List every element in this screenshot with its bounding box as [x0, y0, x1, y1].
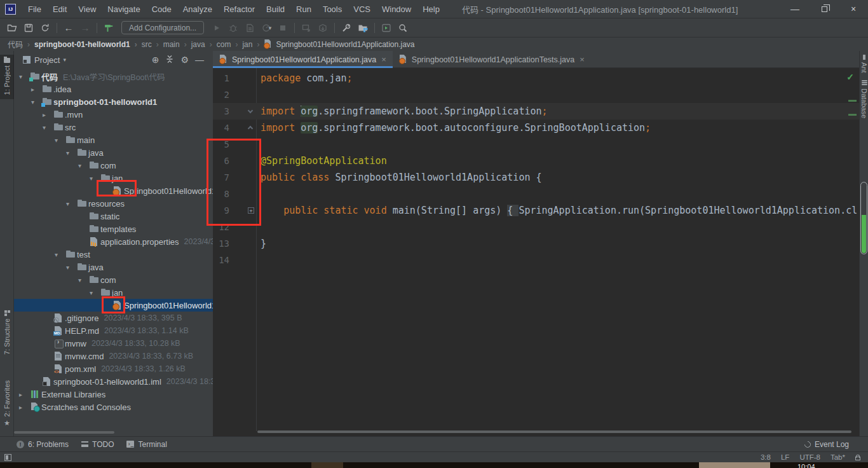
menu-refactor[interactable]: Refactor: [218, 0, 261, 18]
tree-item-templates[interactable]: templates: [14, 223, 213, 235]
profiler-dropdown-icon[interactable]: ▾: [269, 25, 272, 31]
menu-build[interactable]: Build: [261, 0, 290, 18]
collapse-all-icon[interactable]: [165, 55, 174, 65]
project-view-dropdown[interactable]: Project: [34, 55, 60, 65]
run-anything-icon[interactable]: [378, 20, 395, 36]
gear-icon[interactable]: ⚙: [180, 55, 189, 64]
tree-item-application-properties[interactable]: application.properties2023/4/3 18:33: [14, 235, 213, 248]
tree-item-root[interactable]: 代码E:\Java学习\SpringBoot\代码: [14, 70, 213, 83]
menu-window[interactable]: Window: [376, 0, 417, 18]
menu-code[interactable]: Code: [146, 0, 177, 18]
profiler-icon[interactable]: ▾: [258, 20, 275, 36]
run-icon[interactable]: [208, 20, 225, 36]
breadcrumb-item[interactable]: java: [191, 40, 217, 49]
menu-view[interactable]: View: [72, 0, 102, 18]
forward-icon[interactable]: →: [77, 20, 93, 36]
breadcrumb-item[interactable]: src: [142, 40, 163, 49]
tree-item-com[interactable]: com: [14, 159, 213, 172]
menu-edit[interactable]: Edit: [47, 0, 72, 18]
code-line[interactable]: 12: [213, 219, 859, 235]
close-icon[interactable]: ×: [580, 55, 585, 64]
settings-wrench-icon[interactable]: [338, 20, 355, 36]
menu-run[interactable]: Run: [290, 0, 317, 18]
indent-style[interactable]: Tab*: [831, 453, 845, 461]
breadcrumb-file[interactable]: Springboot01Helloworld1Application.java: [264, 39, 414, 49]
locate-file-icon[interactable]: ⊕: [152, 55, 159, 64]
tree-item-resources[interactable]: resources: [14, 197, 213, 210]
stripe-favorites-button[interactable]: 2: Favorites ★: [0, 380, 14, 427]
code-line-caret[interactable]: 3import org.springframework.boot.SpringA…: [213, 103, 859, 120]
tree-item-static[interactable]: static: [14, 210, 213, 223]
hide-panel-icon[interactable]: —: [195, 55, 204, 64]
close-button[interactable]: ×: [839, 0, 868, 18]
breadcrumb-item[interactable]: main: [163, 40, 191, 49]
code-line[interactable]: 6@SpringBootApplication: [213, 153, 859, 169]
run-with-coverage-icon[interactable]: [241, 20, 258, 36]
code-editor[interactable]: 1package com.jan; 2 3import org.springfr…: [213, 68, 859, 436]
fold-icon[interactable]: [248, 126, 253, 131]
tree-item-mvnw-cmd[interactable]: mvnw.cmd2023/4/3 18:33, 6.73 kB: [14, 350, 213, 362]
tree-item-idea[interactable]: .idea: [14, 83, 213, 95]
stripe-database-button[interactable]: Database: [860, 80, 868, 118]
run-configuration-select[interactable]: Add Configuration...: [121, 21, 204, 34]
tree-item-iml[interactable]: springboot-01-helloworld1.iml2023/4/3 18…: [14, 375, 213, 388]
code-line[interactable]: 5: [213, 136, 859, 153]
tool-window-switcher-icon[interactable]: [4, 454, 11, 461]
editor-horizontal-scrollbar[interactable]: [257, 430, 851, 433]
todo-button[interactable]: TODO: [81, 440, 114, 449]
line-separator[interactable]: LF: [781, 453, 789, 461]
breadcrumb-item[interactable]: 代码: [8, 39, 34, 50]
close-icon[interactable]: ×: [381, 55, 386, 64]
fold-icon[interactable]: [248, 108, 253, 113]
attach-to-process-icon[interactable]: [298, 20, 315, 36]
tab-application-tests-java[interactable]: Springboot01Helloworld1ApplicationTests.…: [393, 51, 591, 68]
tree-item-gitignore[interactable]: .gitignore2023/4/3 18:33, 395 B: [14, 312, 213, 324]
project-structure-icon[interactable]: [355, 20, 371, 36]
menu-navigate[interactable]: Navigate: [102, 0, 146, 18]
caret-position[interactable]: 3:8: [761, 453, 771, 461]
debug-icon[interactable]: [225, 20, 241, 36]
code-line[interactable]: 13}: [213, 235, 859, 252]
tree-item-java[interactable]: java: [14, 146, 213, 159]
event-log-button[interactable]: Event Log: [804, 440, 868, 449]
tree-item-mvn[interactable]: .mvn: [14, 108, 213, 121]
problems-button[interactable]: ! 6: Problems: [17, 440, 69, 449]
inspections-ok-icon[interactable]: ✓: [846, 72, 854, 82]
stripe-structure-button[interactable]: 7: Structure: [0, 310, 14, 355]
update-application-icon[interactable]: [315, 20, 331, 36]
menu-tools[interactable]: Tools: [317, 0, 348, 18]
readonly-lock-icon[interactable]: [855, 457, 860, 460]
menu-analyze[interactable]: Analyze: [177, 0, 218, 18]
tree-item-module[interactable]: springboot-01-helloworld1: [14, 95, 213, 108]
restore-button[interactable]: [810, 0, 839, 18]
terminal-button[interactable]: ›_ Terminal: [126, 440, 166, 449]
tree-item-test[interactable]: test: [14, 248, 213, 261]
code-line[interactable]: 7public class Springboot01Helloworld1App…: [213, 169, 859, 186]
code-line[interactable]: 1package com.jan;: [213, 70, 859, 86]
stripe-ant-button[interactable]: Ant: [860, 55, 868, 73]
tree-item-src[interactable]: src: [14, 121, 213, 134]
code-line[interactable]: 2: [213, 86, 859, 103]
tree-item-test-java[interactable]: java: [14, 261, 213, 273]
tree-item-main[interactable]: main: [14, 134, 213, 146]
tree-item-test-com[interactable]: com: [14, 273, 213, 286]
code-line-folded[interactable]: 9+ public static void main(String[] args…: [213, 202, 859, 219]
tree-item-pom-xml[interactable]: pom.xml2023/4/3 18:33, 1.26 kB: [14, 362, 213, 375]
open-folder-icon[interactable]: [4, 20, 20, 36]
breadcrumb-item[interactable]: jan: [242, 40, 264, 49]
menu-file[interactable]: File: [22, 0, 47, 18]
tree-item-scratches[interactable]: Scratches and Consoles: [14, 401, 213, 413]
back-icon[interactable]: ←: [60, 20, 77, 36]
tree-item-external-libraries[interactable]: External Libraries: [14, 388, 213, 401]
tab-application-java[interactable]: Springboot01Helloworld1Application.java …: [213, 51, 393, 68]
stripe-project-button[interactable]: 1: Project: [0, 55, 14, 99]
project-horizontal-scrollbar[interactable]: [14, 431, 114, 434]
file-encoding[interactable]: UTF-8: [799, 453, 820, 461]
search-everywhere-icon[interactable]: [395, 20, 411, 36]
stop-icon[interactable]: [275, 20, 291, 36]
menu-vcs[interactable]: VCS: [348, 0, 376, 18]
tree-item-mvnw[interactable]: mvnw2023/4/3 18:33, 10.28 kB: [14, 337, 213, 350]
menu-help[interactable]: Help: [417, 0, 445, 18]
code-line[interactable]: 8: [213, 186, 859, 202]
minimize-button[interactable]: —: [780, 0, 810, 18]
